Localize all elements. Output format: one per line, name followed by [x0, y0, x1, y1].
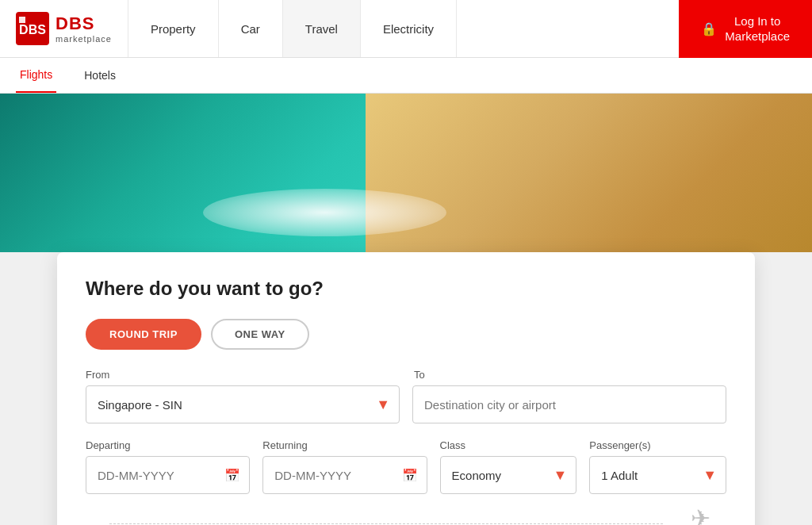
login-text: Log In to Marketplace	[725, 13, 790, 44]
class-label: Class	[440, 439, 577, 451]
logo-sub: marketplace	[56, 34, 112, 44]
dbs-logo-icon: DBS	[16, 12, 49, 45]
round-trip-button[interactable]: ROUND TRIP	[86, 319, 201, 350]
passengers-group: Passenger(s) 1 Adult 2 Adults 3 Adults ▼	[589, 439, 726, 494]
header: DBS DBS marketplace Property Car Travel …	[0, 0, 812, 58]
login-button[interactable]: 🔒 Log In to Marketplace	[679, 0, 812, 58]
svg-text:DBS: DBS	[19, 23, 46, 36]
hero-section: Where do you want to go? ROUND TRIP ONE …	[0, 94, 812, 525]
from-label: From	[86, 369, 398, 381]
class-select[interactable]: Economy Business First Class	[440, 456, 577, 494]
one-way-button[interactable]: ONE WAY	[211, 319, 309, 350]
main-nav: Property Car Travel Electricity	[128, 0, 679, 57]
airplane-icon: ✈	[691, 504, 710, 525]
logo[interactable]: DBS DBS marketplace	[0, 12, 128, 45]
departing-input[interactable]	[86, 456, 250, 494]
lock-icon: 🔒	[701, 21, 717, 36]
bottom-row: Departing 📅 Returning 📅 Class Economy	[86, 439, 726, 494]
from-input-group: ▼	[86, 385, 400, 423]
passengers-label: Passenger(s)	[589, 439, 726, 451]
logo-text: DBS marketplace	[56, 13, 112, 44]
returning-group: Returning 📅	[262, 439, 427, 494]
search-card: Where do you want to go? ROUND TRIP ONE …	[57, 252, 755, 525]
hero-foam	[203, 189, 446, 236]
passengers-select[interactable]: 1 Adult 2 Adults 3 Adults	[589, 456, 726, 494]
departing-group: Departing 📅	[86, 439, 250, 494]
from-to-labels: From To	[86, 369, 726, 381]
hero-beach	[366, 94, 812, 252]
subnav-hotels[interactable]: Hotels	[80, 58, 120, 93]
to-input-group	[412, 385, 726, 423]
dashed-path-line	[109, 523, 663, 524]
logo-brand: DBS	[56, 13, 112, 34]
departing-label: Departing	[86, 439, 250, 451]
to-input[interactable]	[412, 385, 726, 423]
to-label: To	[414, 369, 726, 381]
class-group: Class Economy Business First Class ▼	[440, 439, 577, 494]
trip-type-selector: ROUND TRIP ONE WAY	[86, 319, 726, 350]
nav-item-travel[interactable]: Travel	[283, 0, 361, 57]
search-title: Where do you want to go?	[86, 278, 726, 300]
nav-item-property[interactable]: Property	[128, 0, 219, 57]
returning-input[interactable]	[262, 456, 427, 494]
hero-background	[0, 94, 812, 252]
subnav-flights[interactable]: Flights	[16, 58, 56, 93]
sub-nav: Flights Hotels	[0, 58, 812, 94]
from-to-inputs: ▼	[86, 385, 726, 423]
svg-rect-2	[19, 17, 25, 23]
nav-item-car[interactable]: Car	[219, 0, 283, 57]
returning-label: Returning	[262, 439, 427, 451]
from-input[interactable]	[86, 385, 400, 423]
nav-item-electricity[interactable]: Electricity	[361, 0, 457, 57]
